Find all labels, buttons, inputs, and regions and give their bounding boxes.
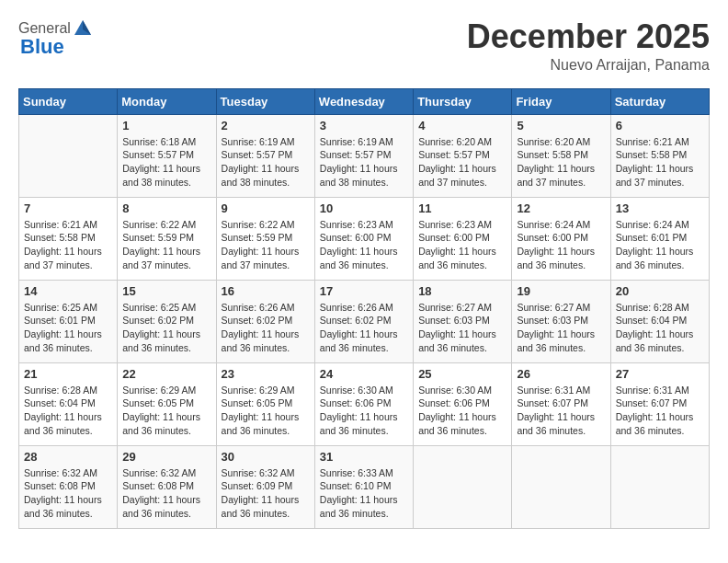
day-info: Sunrise: 6:31 AMSunset: 6:07 PMDaylight:…: [616, 384, 704, 438]
day-cell: 17Sunrise: 6:26 AMSunset: 6:02 PMDayligh…: [314, 280, 413, 362]
day-cell: 22Sunrise: 6:29 AMSunset: 6:05 PMDayligh…: [118, 362, 216, 445]
logo: General Blue: [18, 18, 93, 59]
header-row: Sunday Monday Tuesday Wednesday Thursday…: [19, 88, 710, 114]
day-number: 7: [24, 201, 112, 215]
day-number: 22: [122, 367, 210, 381]
logo-blue-text: Blue: [20, 35, 64, 59]
col-wednesday: Wednesday: [314, 88, 413, 114]
day-info: Sunrise: 6:22 AMSunset: 5:59 PMDaylight:…: [122, 218, 210, 272]
day-number: 9: [222, 201, 310, 215]
day-cell: 31Sunrise: 6:33 AMSunset: 6:10 PMDayligh…: [314, 445, 413, 528]
day-number: 28: [24, 450, 112, 464]
calendar-body: 1Sunrise: 6:18 AMSunset: 5:57 PMDaylight…: [19, 114, 710, 528]
col-sunday: Sunday: [19, 88, 118, 114]
day-cell: 24Sunrise: 6:30 AMSunset: 6:06 PMDayligh…: [314, 362, 413, 445]
day-info: Sunrise: 6:21 AMSunset: 5:58 PMDaylight:…: [24, 218, 112, 272]
day-number: 6: [616, 119, 704, 132]
day-number: 23: [222, 367, 310, 381]
day-cell: 28Sunrise: 6:32 AMSunset: 6:08 PMDayligh…: [19, 445, 118, 528]
day-number: 24: [320, 367, 408, 381]
day-cell: 14Sunrise: 6:25 AMSunset: 6:01 PMDayligh…: [19, 280, 118, 362]
day-cell: 15Sunrise: 6:25 AMSunset: 6:02 PMDayligh…: [118, 280, 216, 362]
day-info: Sunrise: 6:21 AMSunset: 5:58 PMDaylight:…: [616, 135, 704, 190]
col-monday: Monday: [118, 88, 216, 114]
day-cell: 12Sunrise: 6:24 AMSunset: 6:00 PMDayligh…: [512, 197, 610, 280]
day-number: 31: [320, 450, 408, 464]
day-info: Sunrise: 6:28 AMSunset: 6:04 PMDaylight:…: [24, 384, 112, 438]
day-cell: 1Sunrise: 6:18 AMSunset: 5:57 PMDaylight…: [118, 114, 216, 197]
day-cell: 6Sunrise: 6:21 AMSunset: 5:58 PMDaylight…: [610, 114, 709, 197]
day-cell: 7Sunrise: 6:21 AMSunset: 5:58 PMDaylight…: [19, 197, 118, 280]
day-cell: [512, 445, 610, 528]
week-row-2: 7Sunrise: 6:21 AMSunset: 5:58 PMDaylight…: [19, 197, 710, 280]
day-info: Sunrise: 6:20 AMSunset: 5:58 PMDaylight:…: [517, 135, 605, 190]
day-info: Sunrise: 6:25 AMSunset: 6:02 PMDaylight:…: [122, 301, 210, 355]
week-row-4: 21Sunrise: 6:28 AMSunset: 6:04 PMDayligh…: [19, 362, 710, 445]
day-number: 1: [122, 119, 210, 132]
day-cell: [414, 445, 512, 528]
day-cell: 4Sunrise: 6:20 AMSunset: 5:57 PMDaylight…: [414, 114, 512, 197]
day-info: Sunrise: 6:25 AMSunset: 6:01 PMDaylight:…: [24, 301, 112, 355]
day-cell: 27Sunrise: 6:31 AMSunset: 6:07 PMDayligh…: [610, 362, 709, 445]
month-title: December 2025: [467, 18, 710, 55]
day-number: 30: [222, 450, 310, 464]
day-info: Sunrise: 6:30 AMSunset: 6:06 PMDaylight:…: [418, 384, 506, 438]
day-cell: [610, 445, 709, 528]
day-info: Sunrise: 6:27 AMSunset: 6:03 PMDaylight:…: [517, 301, 605, 355]
day-number: 2: [222, 119, 310, 132]
day-info: Sunrise: 6:29 AMSunset: 6:05 PMDaylight:…: [122, 384, 210, 438]
day-info: Sunrise: 6:22 AMSunset: 5:59 PMDaylight:…: [222, 218, 310, 272]
page-header: General Blue December 2025 Nuevo Arraija…: [18, 18, 710, 74]
day-info: Sunrise: 6:24 AMSunset: 6:00 PMDaylight:…: [517, 218, 605, 272]
day-number: 12: [517, 201, 605, 215]
day-cell: 5Sunrise: 6:20 AMSunset: 5:58 PMDaylight…: [512, 114, 610, 197]
day-number: 21: [24, 367, 112, 381]
col-thursday: Thursday: [414, 88, 512, 114]
day-cell: 30Sunrise: 6:32 AMSunset: 6:09 PMDayligh…: [216, 445, 314, 528]
day-number: 15: [122, 284, 210, 298]
day-info: Sunrise: 6:32 AMSunset: 6:09 PMDaylight:…: [222, 466, 310, 521]
day-cell: 16Sunrise: 6:26 AMSunset: 6:02 PMDayligh…: [216, 280, 314, 362]
day-info: Sunrise: 6:28 AMSunset: 6:04 PMDaylight:…: [616, 301, 704, 355]
day-info: Sunrise: 6:26 AMSunset: 6:02 PMDaylight:…: [320, 301, 408, 355]
day-cell: [19, 114, 118, 197]
day-info: Sunrise: 6:26 AMSunset: 6:02 PMDaylight:…: [222, 301, 310, 355]
week-row-3: 14Sunrise: 6:25 AMSunset: 6:01 PMDayligh…: [19, 280, 710, 362]
day-number: 4: [418, 119, 506, 132]
day-cell: 11Sunrise: 6:23 AMSunset: 6:00 PMDayligh…: [414, 197, 512, 280]
day-info: Sunrise: 6:32 AMSunset: 6:08 PMDaylight:…: [122, 466, 210, 521]
title-block: December 2025 Nuevo Arraijan, Panama: [467, 18, 710, 74]
day-info: Sunrise: 6:32 AMSunset: 6:08 PMDaylight:…: [24, 466, 112, 521]
day-cell: 25Sunrise: 6:30 AMSunset: 6:06 PMDayligh…: [414, 362, 512, 445]
day-info: Sunrise: 6:27 AMSunset: 6:03 PMDaylight:…: [418, 301, 506, 355]
day-info: Sunrise: 6:19 AMSunset: 5:57 PMDaylight:…: [222, 135, 310, 190]
day-number: 29: [122, 450, 210, 464]
logo-icon: [73, 18, 93, 39]
week-row-1: 1Sunrise: 6:18 AMSunset: 5:57 PMDaylight…: [19, 114, 710, 197]
day-cell: 21Sunrise: 6:28 AMSunset: 6:04 PMDayligh…: [19, 362, 118, 445]
calendar-table: Sunday Monday Tuesday Wednesday Thursday…: [18, 88, 710, 529]
day-number: 26: [517, 367, 605, 381]
day-number: 5: [517, 119, 605, 132]
day-cell: 13Sunrise: 6:24 AMSunset: 6:01 PMDayligh…: [610, 197, 709, 280]
day-number: 25: [418, 367, 506, 381]
day-cell: 8Sunrise: 6:22 AMSunset: 5:59 PMDaylight…: [118, 197, 216, 280]
day-number: 20: [616, 284, 704, 298]
day-cell: 29Sunrise: 6:32 AMSunset: 6:08 PMDayligh…: [118, 445, 216, 528]
col-tuesday: Tuesday: [216, 88, 314, 114]
day-cell: 2Sunrise: 6:19 AMSunset: 5:57 PMDaylight…: [216, 114, 314, 197]
day-info: Sunrise: 6:20 AMSunset: 5:57 PMDaylight:…: [418, 135, 506, 190]
day-cell: 20Sunrise: 6:28 AMSunset: 6:04 PMDayligh…: [610, 280, 709, 362]
day-info: Sunrise: 6:33 AMSunset: 6:10 PMDaylight:…: [320, 466, 408, 521]
day-info: Sunrise: 6:29 AMSunset: 6:05 PMDaylight:…: [222, 384, 310, 438]
day-cell: 18Sunrise: 6:27 AMSunset: 6:03 PMDayligh…: [414, 280, 512, 362]
day-number: 13: [616, 201, 704, 215]
day-cell: 9Sunrise: 6:22 AMSunset: 5:59 PMDaylight…: [216, 197, 314, 280]
day-number: 11: [418, 201, 506, 215]
day-number: 27: [616, 367, 704, 381]
col-saturday: Saturday: [610, 88, 709, 114]
calendar-header: Sunday Monday Tuesday Wednesday Thursday…: [19, 88, 710, 114]
day-info: Sunrise: 6:23 AMSunset: 6:00 PMDaylight:…: [320, 218, 408, 272]
day-number: 8: [122, 201, 210, 215]
col-friday: Friday: [512, 88, 610, 114]
